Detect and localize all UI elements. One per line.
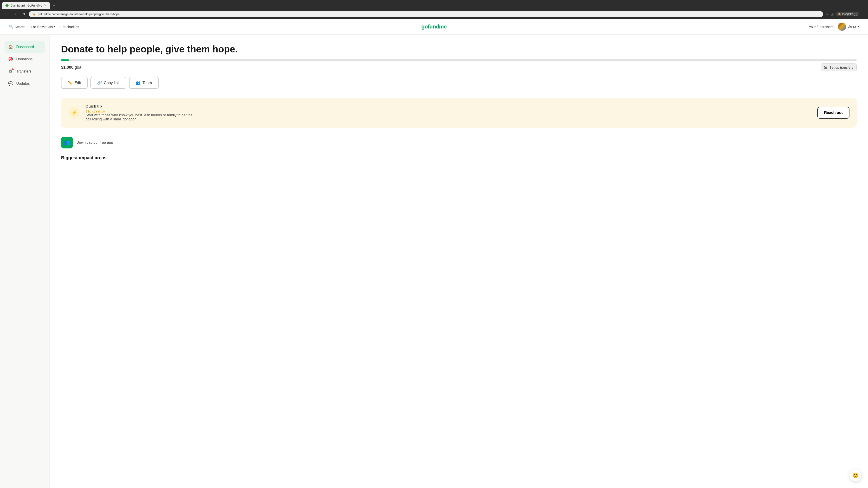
forward-button[interactable]: → [12,11,18,17]
gofundme-logo: gofundme [421,24,447,30]
split-view-button[interactable]: ⊞ [831,12,834,16]
nav-right: Your fundraisers Jane ▾ [809,23,859,31]
search-button[interactable]: 🔍 Search [9,25,26,29]
updates-icon: 💬 [8,80,13,87]
transfers-icon: 🏛 [8,68,13,74]
back-button[interactable]: ← [3,11,9,17]
tab-title: Dashboard - GoFundMe [10,4,42,7]
main-layout: 🏠 Dashboard 🎯 Donations 🏛 Transfers 💬 Up… [0,35,868,488]
campaign-title: Donate to help people, give them hope. [61,43,857,55]
sidebar-transfers-label: Transfers [16,69,31,73]
download-app-label: Download our free app [76,140,113,144]
chat-widget-button[interactable]: 😊 [849,469,861,481]
browser-toolbar: ← → ↻ 🔒 gofundme.com/manage/donate-to-he… [0,9,868,19]
copy-icon: 🔗 [97,80,102,85]
sidebar-item-transfers[interactable]: 🏛 Transfers [4,66,45,77]
chevron-down-icon: ▾ [54,25,55,28]
quick-tip-icon: ⚡ [68,107,80,119]
sidebar-updates-label: Updates [16,82,30,86]
copy-link-button[interactable]: 🔗 Copy link [90,77,126,89]
address-bar[interactable]: 🔒 gofundme.com/manage/donate-to-help-peo… [29,11,823,17]
menu-button[interactable]: ⋮ [861,12,865,16]
sidebar-dashboard-label: Dashboard [16,45,34,49]
sidebar-donations-label: Donations [16,57,33,61]
incognito-icon: 🕵 [838,12,841,15]
action-buttons: ✏️ Edit 🔗 Copy link 👥 Team [61,77,857,89]
user-name: Jane [848,25,856,29]
quick-tip-text: Start with those who know you best. Ask … [86,113,194,121]
set-up-transfers-button[interactable]: 🏛 Set up transfers [821,64,857,71]
team-icon: 👥 [136,80,141,85]
reach-out-button[interactable]: Reach out [817,107,849,119]
progress-bar-fill [61,59,69,61]
user-menu[interactable]: Jane ▾ [838,23,859,31]
lock-icon: 🔒 [33,12,36,15]
edit-button[interactable]: ✏️ Edit [61,77,88,89]
main-content: Donate to help people, give them hope. $… [50,35,868,488]
bookmark-button[interactable]: ☆ [825,12,829,16]
sidebar-item-dashboard[interactable]: 🏠 Dashboard [4,41,45,53]
goal-label: goal [74,65,82,70]
progress-bar-container [61,59,857,61]
tab-bar: G Dashboard - GoFundMe ✕ + [0,0,868,9]
quick-tip-content: Quick tip 1 tip streak ✨ Start with thos… [86,104,812,121]
address-text: gofundme.com/manage/donate-to-help-peopl… [38,12,120,16]
top-nav: 🔍 Search For individuals ▾ For charities… [0,19,868,35]
app-icon: 👥 [61,137,73,149]
download-app[interactable]: 👥 Download our free app [61,137,857,149]
set-up-transfers-label: Set up transfers [829,66,853,69]
tab-close-button[interactable]: ✕ [44,4,46,7]
sidebar-item-updates[interactable]: 💬 Updates [4,78,45,89]
for-charities-link[interactable]: For charities [60,25,79,29]
logo-container[interactable]: gofundme [421,24,447,30]
search-icon: 🔍 [9,25,13,29]
lightning-icon: ⚡ [71,110,77,116]
team-label: Team [143,80,152,85]
transfers-notification-dot [12,68,13,70]
your-fundraisers-link[interactable]: Your fundraisers [809,25,834,29]
incognito-badge: 🕵 Incognito (2) [836,12,859,16]
sparkle-icon: ✨ [102,109,105,113]
edit-label: Edit [74,80,81,85]
goal-text: $1,000 goal [61,65,82,70]
incognito-label: Incognito (2) [842,12,857,15]
browser-chrome: G Dashboard - GoFundMe ✕ + ← → ↻ 🔒 gofun… [0,0,868,19]
edit-icon: ✏️ [68,80,72,85]
biggest-impact-heading: Biggest impact areas [61,155,857,160]
for-individuals-label: For individuals [31,25,53,29]
avatar [838,23,846,31]
goal-amount: $1,000 [61,65,73,70]
quick-tip-title: Quick tip [86,104,812,109]
copy-link-label: Copy link [104,80,120,85]
nav-left: 🔍 Search For individuals ▾ For charities [9,25,79,29]
progress-bar-bg [61,59,857,61]
active-tab[interactable]: G Dashboard - GoFundMe ✕ [2,2,50,9]
tab-favicon: G [5,4,8,7]
team-button[interactable]: 👥 Team [129,77,159,89]
goal-row: $1,000 goal 🏛 Set up transfers [61,64,857,71]
streak-label: 1 tip streak [86,109,101,113]
phone-icon: 👥 [64,140,70,145]
home-icon: 🏠 [8,44,13,50]
page: 🔍 Search For individuals ▾ For charities… [0,19,868,488]
sidebar: 🏠 Dashboard 🎯 Donations 🏛 Transfers 💬 Up… [0,35,50,488]
sidebar-item-donations[interactable]: 🎯 Donations [4,54,45,65]
reload-button[interactable]: ↻ [20,11,27,17]
toolbar-actions: ☆ ⊞ 🕵 Incognito (2) ⋮ [825,12,865,16]
logo-text: gofundme [421,24,447,30]
quick-tip-card: ⚡ Quick tip 1 tip streak ✨ Start with th… [61,98,857,128]
quick-tip-streak: 1 tip streak ✨ [86,109,812,113]
search-label: Search [15,25,26,29]
new-tab-button[interactable]: + [51,2,57,8]
for-individuals-menu[interactable]: For individuals ▾ [31,25,55,29]
for-charities-label: For charities [60,25,79,29]
user-menu-chevron-icon: ▾ [858,25,859,28]
chat-icon: 😊 [852,473,859,478]
bank-icon: 🏛 [824,66,828,69]
donations-icon: 🎯 [8,56,13,62]
